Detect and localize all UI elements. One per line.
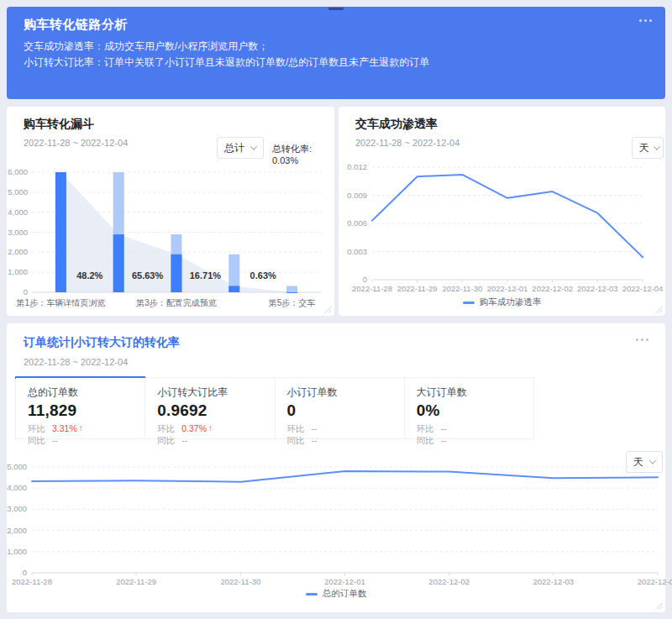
metric-label: 总的订单数 bbox=[28, 386, 133, 400]
metric-label: 小订订单数 bbox=[287, 386, 392, 400]
legend-line-icon bbox=[306, 593, 318, 595]
metric-card-large-orders[interactable]: 大订订单数 0% 环比 -- 同比 -- bbox=[405, 378, 533, 438]
funnel-panel-title: 购车转化漏斗 bbox=[24, 117, 94, 132]
metric-card-total-orders[interactable]: 总的订单数 11,829 环比 3.31% ↑ 同比 -- bbox=[16, 378, 145, 438]
penetration-legend[interactable]: 购车成功渗透率 bbox=[339, 296, 665, 308]
page-title: 购车转化链路分析 bbox=[24, 17, 128, 33]
resize-handle-icon[interactable] bbox=[655, 602, 663, 610]
funnel-granularity-select[interactable]: 总计 bbox=[217, 137, 264, 159]
svg-text:0: 0 bbox=[363, 275, 367, 284]
svg-text:第3步：配置完成预览: 第3步：配置完成预览 bbox=[136, 298, 217, 307]
svg-text:3,000: 3,000 bbox=[8, 228, 28, 237]
yoy-value: -- bbox=[441, 434, 447, 446]
resize-handle-icon[interactable] bbox=[324, 306, 332, 313]
svg-text:0: 0 bbox=[23, 568, 27, 577]
svg-text:2022-11-28: 2022-11-28 bbox=[352, 284, 392, 293]
svg-text:2022-11-28: 2022-11-28 bbox=[12, 577, 52, 586]
metric-card-small-to-large-ratio[interactable]: 小订转大订比率 0.9692 环比 0.37% ↑ 同比 -- bbox=[145, 378, 275, 438]
metric-card-small-orders[interactable]: 小订订单数 0 环比 -- 同比 -- bbox=[276, 378, 405, 438]
svg-text:0.012: 0.012 bbox=[347, 162, 367, 171]
svg-text:2022-11-30: 2022-11-30 bbox=[220, 577, 260, 586]
svg-text:2,000: 2,000 bbox=[8, 247, 28, 256]
mom-row: 环比 -- bbox=[417, 422, 522, 434]
svg-text:5,000: 5,000 bbox=[8, 187, 28, 197]
mom-row: 环比 0.37% ↑ bbox=[157, 422, 262, 434]
arrow-up-icon: ↑ bbox=[79, 422, 83, 434]
funnel-panel: 购车转化漏斗 2022-11-28 ~ 2022-12-04 总计 总转化率: … bbox=[7, 107, 334, 316]
svg-text:2,000: 2,000 bbox=[7, 526, 27, 535]
more-menu-icon[interactable] bbox=[639, 19, 652, 22]
yoy-value: -- bbox=[312, 434, 318, 446]
svg-text:48.2%: 48.2% bbox=[76, 270, 102, 281]
orders-panel: 订单统计|小订转大订的转化率 2022-11-28 ~ 2022-12-04 总… bbox=[7, 323, 665, 612]
svg-text:0.003: 0.003 bbox=[347, 247, 367, 256]
orders-panel-title: 订单统计|小订转大订的转化率 bbox=[24, 335, 180, 350]
resize-handle-icon[interactable] bbox=[655, 306, 663, 313]
svg-text:2022-12-02: 2022-12-02 bbox=[428, 577, 470, 586]
penetration-panel-title: 交车成功渗透率 bbox=[355, 117, 438, 132]
orders-legend[interactable]: 总的订单数 bbox=[7, 588, 665, 600]
yoy-row: 同比 -- bbox=[287, 434, 392, 446]
legend-label: 购车成功渗透率 bbox=[480, 296, 542, 308]
svg-text:2022-12-02: 2022-12-02 bbox=[532, 284, 573, 293]
svg-text:0.63%: 0.63% bbox=[250, 270, 276, 281]
penetration-line-chart: 00.0030.0060.0090.0122022-11-282022-11-2… bbox=[339, 162, 665, 312]
svg-text:0.009: 0.009 bbox=[347, 191, 367, 200]
svg-text:2022-12-04: 2022-12-04 bbox=[622, 284, 664, 293]
metric-value: 11,829 bbox=[28, 401, 133, 420]
svg-text:5,000: 5,000 bbox=[7, 462, 27, 471]
svg-text:6,000: 6,000 bbox=[8, 167, 28, 176]
more-menu-icon[interactable] bbox=[636, 338, 648, 341]
svg-text:2022-11-29: 2022-11-29 bbox=[116, 577, 156, 586]
header-banner: 购车转化链路分析 交车成功渗透率：成功交车用户数/小程序浏览用户数； 小订转大订… bbox=[7, 7, 665, 99]
yoy-value: -- bbox=[181, 434, 187, 446]
svg-text:2022-11-29: 2022-11-29 bbox=[397, 284, 438, 293]
svg-text:2022-12-01: 2022-12-01 bbox=[324, 577, 365, 586]
metric-value: 0% bbox=[417, 401, 522, 420]
svg-text:2022-12-03: 2022-12-03 bbox=[577, 284, 618, 293]
svg-text:0.006: 0.006 bbox=[347, 218, 367, 228]
chevron-down-icon bbox=[250, 143, 257, 150]
mom-row: 环比 3.31% ↑ bbox=[28, 422, 133, 434]
yoy-row: 同比 -- bbox=[417, 434, 522, 446]
svg-text:0: 0 bbox=[24, 287, 28, 296]
yoy-row: 同比 -- bbox=[28, 434, 133, 446]
dashboard-page: { "banner": { "title": "购车转化链路分析", "desc… bbox=[0, 0, 672, 619]
metric-value: 0.9692 bbox=[157, 401, 262, 420]
arrow-up-icon: ↑ bbox=[208, 422, 213, 434]
svg-text:3,000: 3,000 bbox=[7, 504, 27, 513]
svg-text:1,000: 1,000 bbox=[7, 547, 27, 556]
mom-value: -- bbox=[441, 422, 447, 434]
legend-label: 总的订单数 bbox=[323, 588, 367, 600]
penetration-granularity-select[interactable]: 天 bbox=[632, 137, 664, 159]
chevron-down-icon bbox=[654, 143, 660, 150]
drag-handle-icon[interactable] bbox=[328, 8, 344, 10]
mom-value: -- bbox=[312, 422, 318, 434]
page-description: 交车成功渗透率：成功交车用户数/小程序浏览用户数； 小订转大订比率：订单中关联了… bbox=[24, 39, 429, 71]
mom-row: 环比 -- bbox=[287, 422, 392, 434]
svg-text:1,000: 1,000 bbox=[8, 267, 28, 276]
mom-value: 0.37% bbox=[181, 422, 207, 434]
metric-cards: 总的订单数 11,829 环比 3.31% ↑ 同比 -- 小订转大订比率 0.… bbox=[15, 377, 534, 439]
svg-text:2022-12-03: 2022-12-03 bbox=[533, 577, 575, 586]
svg-text:2022-11-30: 2022-11-30 bbox=[442, 284, 482, 293]
funnel-date-range: 2022-11-28 ~ 2022-12-04 bbox=[24, 138, 128, 148]
orders-line-chart: 01,0002,0003,0004,0005,0002022-11-282022… bbox=[7, 458, 665, 602]
legend-line-icon bbox=[463, 302, 475, 304]
metric-label: 大订订单数 bbox=[417, 386, 522, 400]
svg-text:4,000: 4,000 bbox=[7, 483, 27, 492]
svg-text:第5步：交车: 第5步：交车 bbox=[269, 298, 316, 307]
metric-label: 小订转大订比率 bbox=[157, 386, 262, 400]
penetration-granularity-value: 天 bbox=[639, 141, 649, 155]
svg-text:16.71%: 16.71% bbox=[190, 270, 222, 281]
funnel-chart: 01,0002,0003,0004,0005,0006,000第1步：车辆详情页… bbox=[7, 162, 334, 312]
description-line-1: 交车成功渗透率：成功交车用户数/小程序浏览用户数； bbox=[24, 39, 429, 55]
mom-value: 3.31% bbox=[52, 422, 77, 434]
yoy-row: 同比 -- bbox=[157, 434, 262, 446]
penetration-date-range: 2022-11-28 ~ 2022-12-04 bbox=[355, 138, 459, 148]
svg-text:第1步：车辆详情页浏览: 第1步：车辆详情页浏览 bbox=[17, 298, 106, 307]
svg-text:2022-12-04: 2022-12-04 bbox=[638, 577, 672, 586]
svg-text:65.63%: 65.63% bbox=[132, 270, 164, 281]
svg-text:2022-12-01: 2022-12-01 bbox=[487, 284, 528, 293]
description-line-2: 小订转大订比率：订单中关联了小订订单且未退款的订单数/总的订单数且未产生退款的订… bbox=[24, 55, 429, 71]
